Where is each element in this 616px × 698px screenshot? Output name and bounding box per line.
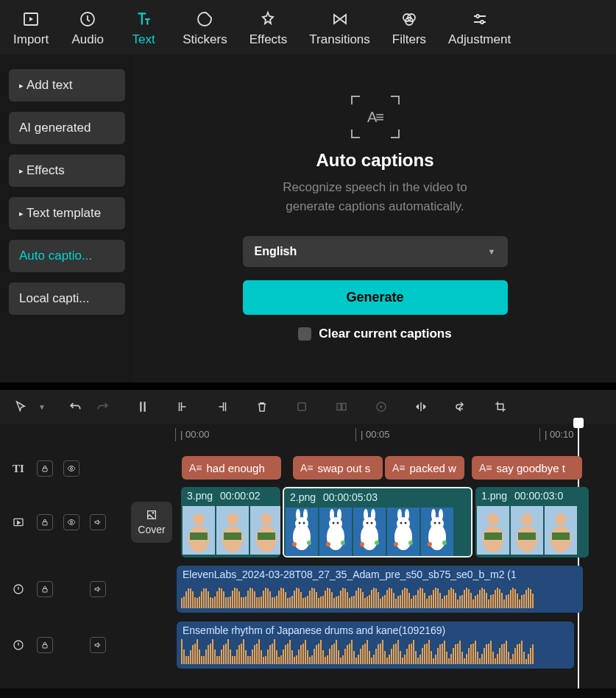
audio-clip[interactable]: ElevenLabs_2024-03-28T08_27_35_Adam_pre_… bbox=[177, 566, 583, 613]
sidebar-item-local-captions[interactable]: Local capti... bbox=[9, 282, 125, 315]
undo-button[interactable] bbox=[62, 393, 88, 420]
video-clip[interactable]: 2.png00:00:05:03 bbox=[283, 487, 472, 558]
video-track: Cover 3.png00:00:022.png00:00:05:031.png… bbox=[0, 485, 616, 559]
timeline-toolbar: ▼ bbox=[0, 390, 616, 424]
visibility-toggle[interactable] bbox=[63, 460, 79, 477]
clip-thumbnail bbox=[216, 506, 249, 555]
audio-icon bbox=[77, 9, 98, 29]
lock-toggle[interactable] bbox=[37, 514, 53, 530]
rotate-button[interactable] bbox=[447, 393, 474, 420]
svg-rect-10 bbox=[337, 404, 341, 410]
auto-captions-icon: A≡ bbox=[351, 96, 400, 138]
svg-point-17 bbox=[71, 521, 73, 524]
svg-point-47 bbox=[341, 541, 345, 545]
lock-toggle[interactable] bbox=[37, 581, 53, 597]
nav-label: Filters bbox=[392, 32, 426, 47]
nav-filters[interactable]: Filters bbox=[383, 6, 435, 50]
auto-captions-panel: A≡ Auto captions Recognize speech in the… bbox=[134, 54, 616, 382]
nav-stickers[interactable]: Stickers bbox=[174, 6, 236, 50]
caret-icon: ▸ bbox=[19, 209, 24, 218]
audio-track-icon[interactable] bbox=[10, 637, 26, 653]
nav-text[interactable]: Text bbox=[118, 6, 169, 50]
svg-point-33 bbox=[296, 509, 300, 521]
svg-rect-8 bbox=[144, 402, 146, 412]
audio-clip-name: ElevenLabs_2024-03-28T08_27_35_Adam_pre_… bbox=[177, 566, 583, 583]
caption-glyph-icon: A≡ bbox=[392, 462, 406, 474]
svg-point-45 bbox=[337, 522, 339, 524]
language-select[interactable]: English ▼ bbox=[243, 236, 508, 267]
sidebar-item-text-template[interactable]: ▸Text template bbox=[9, 197, 125, 229]
mute-toggle[interactable] bbox=[90, 637, 106, 653]
nav-label: Effects bbox=[249, 32, 288, 47]
cursor-tool[interactable] bbox=[7, 393, 34, 420]
visibility-toggle[interactable] bbox=[63, 514, 79, 530]
tool-b[interactable] bbox=[328, 393, 355, 420]
sidebar-item-ai-generated[interactable]: AI generated bbox=[9, 112, 125, 144]
mute-toggle[interactable] bbox=[90, 514, 106, 530]
clip-thumbnail bbox=[387, 508, 419, 556]
generate-button[interactable]: Generate bbox=[243, 280, 508, 315]
mute-toggle[interactable] bbox=[90, 581, 106, 597]
clip-duration: 00:00:05:03 bbox=[323, 491, 378, 503]
svg-rect-9 bbox=[298, 403, 306, 411]
cursor-dropdown[interactable]: ▼ bbox=[35, 393, 49, 420]
svg-point-55 bbox=[360, 542, 364, 546]
trim-left-button[interactable] bbox=[169, 393, 196, 420]
caption-clip[interactable]: A≡say goodbye t bbox=[472, 456, 582, 480]
lock-toggle[interactable] bbox=[37, 460, 53, 477]
panel-title: Auto captions bbox=[316, 150, 434, 171]
delete-button[interactable] bbox=[249, 393, 275, 420]
caption-text: say goodbye t bbox=[497, 462, 565, 474]
caption-clip[interactable]: A≡had enough bbox=[182, 456, 281, 480]
svg-point-6 bbox=[481, 21, 484, 24]
chevron-down-icon: ▼ bbox=[488, 247, 496, 256]
filters-icon bbox=[399, 9, 419, 29]
caption-clip[interactable]: A≡swap out s bbox=[293, 456, 383, 480]
svg-rect-86 bbox=[552, 533, 570, 540]
timeline-tracks: TI A≡had enoughA≡swap out sA≡packed wA≡s… bbox=[0, 446, 616, 688]
panel-divider bbox=[0, 382, 616, 390]
nav-audio[interactable]: Audio bbox=[62, 6, 113, 50]
effects-icon bbox=[258, 9, 278, 29]
text-track-icon[interactable]: TI bbox=[10, 460, 26, 477]
panel-description: Recognize speech in the video togenerate… bbox=[283, 178, 467, 216]
svg-point-23 bbox=[227, 513, 238, 525]
caption-text: packed w bbox=[410, 462, 456, 474]
nav-adjustment[interactable]: Adjustment bbox=[439, 6, 520, 50]
redo-button[interactable] bbox=[90, 393, 116, 420]
sidebar-item-add-text[interactable]: ▸Add text bbox=[9, 69, 125, 102]
caption-clip[interactable]: A≡packed w bbox=[385, 456, 464, 480]
video-clip[interactable]: 1.png00:00:03:0 bbox=[475, 487, 589, 558]
clear-captions-row[interactable]: Clear current captions bbox=[298, 327, 451, 341]
tool-c[interactable] bbox=[368, 393, 394, 420]
mirror-button[interactable] bbox=[408, 393, 434, 420]
caret-icon: ▸ bbox=[19, 81, 24, 90]
clip-duration: 00:00:03:0 bbox=[514, 490, 563, 502]
cover-button[interactable]: Cover bbox=[131, 502, 172, 543]
tool-a[interactable] bbox=[288, 393, 315, 420]
caption-track: TI A≡had enoughA≡swap out sA≡packed wA≡s… bbox=[0, 452, 616, 485]
video-clip[interactable]: 3.png00:00:02 bbox=[181, 487, 280, 558]
clip-thumbnail bbox=[183, 506, 215, 555]
nav-transitions[interactable]: Transitions bbox=[300, 6, 379, 50]
clear-captions-checkbox[interactable] bbox=[298, 327, 311, 341]
video-track-icon[interactable] bbox=[10, 514, 26, 530]
lock-toggle[interactable] bbox=[37, 637, 53, 653]
trim-right-button[interactable] bbox=[209, 393, 236, 420]
audio-track-icon[interactable] bbox=[10, 581, 26, 597]
svg-rect-25 bbox=[224, 533, 241, 540]
top-nav: Import Audio Text Stickers Effects Trans… bbox=[0, 0, 616, 54]
sidebar-item-effects[interactable]: ▸Effects bbox=[9, 154, 125, 187]
svg-point-51 bbox=[364, 509, 368, 521]
split-button[interactable] bbox=[130, 393, 156, 420]
svg-point-62 bbox=[400, 522, 403, 524]
caption-text: had enough bbox=[207, 462, 265, 474]
sidebar-item-auto-captions[interactable]: Auto captio... bbox=[9, 240, 125, 272]
clear-captions-label: Clear current captions bbox=[319, 327, 451, 341]
nav-effects[interactable]: Effects bbox=[241, 6, 297, 50]
crop-button[interactable] bbox=[487, 393, 514, 420]
audio-clip[interactable]: Ensemble rhythm of Japanese drums and ka… bbox=[177, 622, 574, 669]
nav-import[interactable]: Import bbox=[4, 6, 57, 50]
svg-point-38 bbox=[307, 541, 311, 545]
timeline-ruler[interactable]: | 00:00 | 00:05 | 00:10 bbox=[0, 424, 616, 446]
